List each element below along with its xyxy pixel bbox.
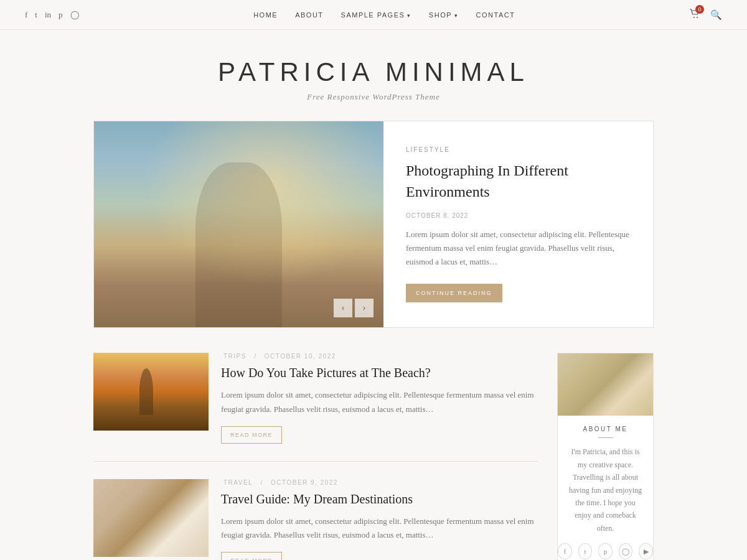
post-body: TRIPS / OCTOBER 10, 2022 How Do You Take… xyxy=(221,353,538,443)
sidebar-about-text: I'm Patricia, and this is my creative sp… xyxy=(558,446,653,534)
featured-content: LIFESTYLE Photographing In Different Env… xyxy=(383,121,653,327)
sidebar-about-widget: ABOUT ME I'm Patricia, and this is my cr… xyxy=(557,353,654,560)
cart-badge: 0 xyxy=(695,5,704,14)
post-category: TRAVEL xyxy=(223,479,253,486)
slider-next-button[interactable]: › xyxy=(355,299,374,317)
slider-prev-button[interactable]: ‹ xyxy=(334,299,352,317)
post-excerpt: Lorem ipsum dolor sit amet, consectetur … xyxy=(221,388,538,416)
post-thumbnail xyxy=(93,353,209,431)
sidebar-twitter-icon[interactable]: t xyxy=(578,543,593,559)
post-item: TRAVEL / OCTOBER 9, 2022 Travel Guide: M… xyxy=(93,479,538,560)
svg-point-1 xyxy=(697,17,698,18)
read-more-button[interactable]: READ MORE xyxy=(221,552,282,560)
post-item: TRIPS / OCTOBER 10, 2022 How Do You Take… xyxy=(93,353,538,461)
site-title-section: PATRICIA MINIMAL Free Responsive WordPre… xyxy=(0,30,747,121)
svg-point-0 xyxy=(693,17,695,18)
featured-card: ‹ › LIFESTYLE Photographing In Different… xyxy=(93,121,654,328)
linkedin-icon[interactable]: in xyxy=(45,10,51,20)
featured-section: ‹ › LIFESTYLE Photographing In Different… xyxy=(81,121,666,328)
site-header: f t in p ◯ HOME ABOUT SAMPLE PAGES SHOP … xyxy=(0,0,747,30)
site-title: PATRICIA MINIMAL xyxy=(12,57,735,87)
sidebar-instagram-icon[interactable]: ◯ xyxy=(619,543,633,559)
sidebar-divider xyxy=(598,437,613,438)
nav-about[interactable]: ABOUT xyxy=(295,11,323,19)
post-category: TRIPS xyxy=(223,353,247,360)
post-date: OCTOBER 9, 2022 xyxy=(271,479,338,486)
instagram-icon[interactable]: ◯ xyxy=(70,10,80,20)
post-meta: TRIPS / OCTOBER 10, 2022 xyxy=(221,353,538,360)
posts-list: TRIPS / OCTOBER 10, 2022 How Do You Take… xyxy=(93,353,538,560)
twitter-icon[interactable]: t xyxy=(35,10,37,20)
featured-category: LIFESTYLE xyxy=(406,146,631,153)
meta-separator: / xyxy=(254,353,256,360)
header-right: 0 🔍 xyxy=(689,9,722,21)
cart-icon-wrap[interactable]: 0 xyxy=(689,9,700,21)
nav-home[interactable]: HOME xyxy=(253,11,278,19)
main-content: TRIPS / OCTOBER 10, 2022 How Do You Take… xyxy=(81,353,666,560)
featured-image xyxy=(94,121,383,327)
read-more-button[interactable]: READ MORE xyxy=(221,426,282,444)
search-icon[interactable]: 🔍 xyxy=(710,9,722,21)
sidebar-youtube-icon[interactable]: ▶ xyxy=(639,543,653,559)
post-excerpt: Lorem ipsum dolor sit amet, consectetur … xyxy=(221,515,538,542)
meta-separator: / xyxy=(260,479,266,486)
nav-sample-pages[interactable]: SAMPLE PAGES xyxy=(341,11,411,19)
post-thumb-beach xyxy=(93,353,209,431)
facebook-icon[interactable]: f xyxy=(25,10,27,20)
post-thumb-travel xyxy=(93,479,209,557)
sidebar-facebook-icon[interactable]: f xyxy=(558,543,572,559)
post-thumbnail xyxy=(93,479,209,557)
pinterest-icon[interactable]: p xyxy=(59,10,63,20)
main-nav: HOME ABOUT SAMPLE PAGES SHOP CONTACT xyxy=(253,11,515,19)
sidebar-photo xyxy=(558,353,653,416)
featured-excerpt: Lorem ipsum dolor sit amet, consectetur … xyxy=(406,228,631,269)
post-body: TRAVEL / OCTOBER 9, 2022 Travel Guide: M… xyxy=(221,479,538,560)
featured-title: Photographing In Different Environments xyxy=(406,161,631,202)
social-icons-header: f t in p ◯ xyxy=(25,10,80,20)
sidebar-social-icons: f t p ◯ ▶ xyxy=(558,543,653,559)
continue-reading-button[interactable]: CONTINUE READING xyxy=(406,284,502,302)
slider-controls: ‹ › xyxy=(334,299,374,317)
sidebar-pinterest-icon[interactable]: p xyxy=(598,543,613,559)
featured-image-wrap: ‹ › xyxy=(94,121,383,327)
post-title: Travel Guide: My Dream Destinations xyxy=(221,491,538,507)
post-title: How Do You Take Pictures at The Beach? xyxy=(221,365,538,381)
post-meta: TRAVEL / OCTOBER 9, 2022 xyxy=(221,479,538,486)
sidebar-about-title: ABOUT ME xyxy=(558,416,653,437)
site-subtitle: Free Responsive WordPress Theme xyxy=(12,92,735,102)
sidebar: ABOUT ME I'm Patricia, and this is my cr… xyxy=(557,353,654,560)
post-date: OCTOBER 10, 2022 xyxy=(265,353,336,360)
nav-contact[interactable]: CONTACT xyxy=(476,11,515,19)
nav-shop[interactable]: SHOP xyxy=(429,11,459,19)
featured-date: OCTOBER 8, 2022 xyxy=(406,212,631,219)
